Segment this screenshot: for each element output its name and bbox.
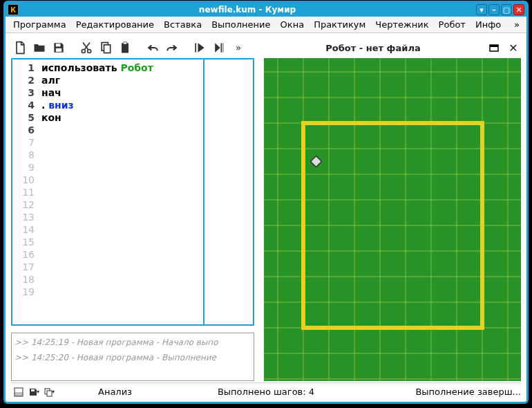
code-line[interactable]: кон [41,111,250,124]
menu-Вставка[interactable]: Вставка [159,17,207,32]
svg-rect-41 [31,389,35,391]
close-button[interactable]: ✕ [513,4,524,15]
titlebar-dropdown-button[interactable]: ▾ [476,4,487,15]
status-steps: Выполнено шагов: 4 [218,387,314,397]
svg-rect-1 [56,48,61,52]
robot-field[interactable] [264,58,521,381]
redo-button[interactable] [163,39,181,57]
step-button[interactable] [210,39,228,57]
menu-Программа[interactable]: Программа [8,17,71,32]
robot-close-button[interactable]: ✕ [506,40,521,55]
svg-rect-10 [222,43,224,52]
minimize-button[interactable]: – [488,4,500,15]
app-icon: К [8,4,19,15]
menu-Робот[interactable]: Робот [434,17,471,32]
titlebar: К newfile.kum - Кумир ▾ – ▢ ✕ [6,3,526,17]
menu-Окна[interactable]: Окна [276,17,310,32]
menu-more[interactable]: » [510,17,524,32]
menu-Инфо[interactable]: Инфо [471,17,506,32]
console-line: >> 14:25:20 - Новая программа - Выполнен… [15,353,251,362]
svg-rect-6 [122,43,129,53]
svg-rect-8 [195,43,196,52]
status-copy-button[interactable]: ▾ [41,385,57,399]
maximize-button[interactable]: ▢ [501,4,512,15]
svg-rect-12 [490,45,498,47]
console: >> 14:25:19 - Новая программа - Начало в… [11,333,254,381]
robot-dock-button[interactable] [486,40,502,55]
undo-button[interactable] [144,39,162,57]
svg-point-2 [82,50,85,53]
menu-Выполнение[interactable]: Выполнение [207,17,275,32]
menubar: ПрограммаРедактированиеВставкаВыполнение… [6,17,526,33]
save-file-button[interactable] [50,39,68,57]
code-line[interactable]: нач [41,86,250,99]
status-toggle-button[interactable] [11,385,26,399]
robot-panel-title: Робот - нет файла [264,43,482,53]
right-margin [203,59,205,324]
menu-Чертежник[interactable]: Чертежник [370,17,433,32]
line-gutter: 12345678910111213141516171819 [12,59,39,324]
window-title: newfile.kum - Кумир [19,5,476,15]
code-editor[interactable]: 12345678910111213141516171819 использова… [11,58,254,326]
code-line[interactable]: алг [41,74,250,86]
svg-rect-0 [56,44,61,46]
toolbar: » [11,37,254,58]
menu-Практикум[interactable]: Практикум [309,17,370,32]
status-save-button[interactable]: ▾ [26,385,41,399]
cut-button[interactable] [77,39,95,57]
code-line[interactable]: . вниз [41,99,250,111]
menu-Редактирование[interactable]: Редактирование [71,17,159,32]
open-file-button[interactable] [30,39,48,57]
status-execution: Выполнение заверш... [415,387,521,397]
new-file-button[interactable] [11,39,29,57]
console-line: >> 14:25:19 - Новая программа - Начало в… [15,337,251,347]
svg-rect-7 [124,42,127,44]
svg-point-3 [88,50,91,53]
svg-rect-43 [47,391,52,396]
svg-rect-5 [104,45,111,53]
paste-button[interactable] [116,39,134,57]
statusbar: ▾ ▾ Анализ Выполнено шагов: 4 Выполнение… [11,382,521,399]
svg-rect-9 [221,43,222,52]
run-button[interactable] [191,39,209,57]
code-line[interactable]: использовать Робот [41,62,250,74]
status-analiz: Анализ [98,387,132,397]
copy-button[interactable] [97,39,115,57]
toolbar-more-button[interactable]: » [229,39,247,57]
code-area[interactable]: использовать Роботалгнач. внизкон [39,59,253,324]
svg-rect-40 [15,392,23,396]
